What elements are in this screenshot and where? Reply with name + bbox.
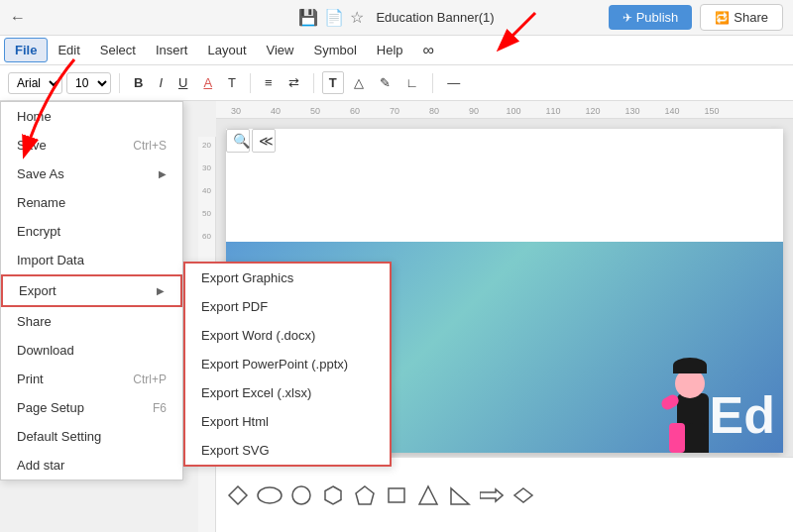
export-pdf[interactable]: Export PDF <box>185 292 390 321</box>
text-style-button[interactable]: T <box>222 72 242 93</box>
doc-title: Education Banner(1) <box>376 10 494 25</box>
title-bar: ← 💾 📄 ☆ Education Banner(1) ✈ Publish 🔁 … <box>0 0 793 36</box>
export-excel[interactable]: Export Excel (.xlsx) <box>185 378 390 407</box>
indent-button[interactable]: ⇄ <box>283 72 305 93</box>
share-button[interactable]: 🔁 Share <box>700 4 783 31</box>
menu-view[interactable]: View <box>257 39 304 61</box>
svg-marker-4 <box>356 486 374 504</box>
publish-button[interactable]: ✈ Publish <box>609 5 693 30</box>
bold-button[interactable]: B <box>128 72 149 93</box>
title-bar-center: 💾 📄 ☆ Education Banner(1) <box>298 8 494 27</box>
publish-send-icon: ✈ <box>623 11 632 25</box>
share-icon: 🔁 <box>715 11 730 25</box>
file-menu-print[interactable]: Print Ctrl+P <box>1 365 182 393</box>
menu-symbol[interactable]: Symbol <box>303 39 366 61</box>
file-dropdown: Home Save Ctrl+S Save As ▶ Rename Encryp… <box>0 101 183 480</box>
file-menu-page-setup[interactable]: Page Setup F6 <box>1 393 182 422</box>
shape-circle[interactable] <box>287 481 315 509</box>
main-area: Home Save Ctrl+S Save As ▶ Rename Encryp… <box>0 101 793 532</box>
file-menu-encrypt[interactable]: Encrypt <box>1 217 182 246</box>
export-doc-icon[interactable]: 📄 <box>324 8 344 27</box>
ruler-horizontal: 30 40 50 60 70 80 90 100 110 120 130 140… <box>216 101 793 119</box>
toolbar-sep-1 <box>119 73 120 93</box>
svg-marker-5 <box>389 488 404 502</box>
menu-insert[interactable]: Insert <box>146 39 198 61</box>
file-menu-rename[interactable]: Rename <box>1 188 182 217</box>
underline-button[interactable]: U <box>172 72 193 93</box>
star-icon[interactable]: ☆ <box>350 8 364 27</box>
export-graphics[interactable]: Export Graphics <box>185 264 390 292</box>
svg-marker-8 <box>480 489 503 501</box>
file-menu-home[interactable]: Home <box>1 102 182 131</box>
svg-marker-6 <box>419 486 437 504</box>
shape-right-triangle[interactable] <box>446 481 474 509</box>
shape-oval[interactable] <box>256 481 283 509</box>
svg-marker-3 <box>325 486 341 504</box>
shape-diamond[interactable] <box>224 481 252 509</box>
file-menu-download[interactable]: Download <box>1 336 182 365</box>
pen-button[interactable]: ✎ <box>374 72 396 93</box>
file-menu-save-as[interactable]: Save As ▶ <box>1 160 182 188</box>
shape-small-diamond[interactable] <box>510 481 537 509</box>
shape-pentagon[interactable] <box>351 481 379 509</box>
menu-layout[interactable]: Layout <box>197 39 256 61</box>
svg-marker-0 <box>229 486 247 504</box>
export-word[interactable]: Export Word (.docx) <box>185 321 390 350</box>
zoom-out-button[interactable]: ≪ <box>252 129 276 153</box>
font-color-button[interactable]: A <box>197 72 218 93</box>
file-menu-add-star[interactable]: Add star <box>1 451 182 479</box>
banner-circle <box>639 183 694 238</box>
font-family-select[interactable]: Arial <box>8 72 62 94</box>
export-submenu: Export Graphics Export PDF Export Word (… <box>183 262 392 467</box>
line-button[interactable]: — <box>441 72 466 93</box>
export-html[interactable]: Export Html <box>185 407 390 436</box>
shapes-panel <box>216 457 793 532</box>
paint-button[interactable]: △ <box>348 72 370 93</box>
shape-arrow[interactable] <box>478 481 506 509</box>
menu-edit[interactable]: Edit <box>48 39 89 61</box>
save-doc-icon[interactable]: 💾 <box>298 8 318 27</box>
font-size-select[interactable]: 10 <box>66 72 111 94</box>
title-bar-left: ← <box>10 9 26 27</box>
corner-button[interactable]: ∟ <box>400 72 425 93</box>
shape-parallelogram[interactable] <box>383 481 410 509</box>
file-menu-import[interactable]: Import Data <box>1 246 182 274</box>
svg-marker-9 <box>514 488 532 502</box>
svg-marker-7 <box>451 488 469 504</box>
menu-bar: File Edit Select Insert Layout View Symb… <box>0 36 793 65</box>
zoom-in-button[interactable]: 🔍 <box>226 129 250 153</box>
shape-hexagon[interactable] <box>319 481 347 509</box>
toolbar-sep-2 <box>250 73 251 93</box>
align-button[interactable]: ≡ <box>259 72 279 93</box>
menu-collab[interactable]: ∞ <box>413 38 444 63</box>
export-powerpoint[interactable]: Export PowerPoint (.pptx) <box>185 350 390 378</box>
italic-button[interactable]: I <box>153 72 169 93</box>
figure-illustration <box>659 344 729 453</box>
back-icon[interactable]: ← <box>10 9 26 27</box>
svg-point-2 <box>292 486 310 504</box>
toolbar-sep-4 <box>432 73 433 93</box>
svg-point-1 <box>258 487 282 503</box>
shape-triangle[interactable] <box>414 481 442 509</box>
file-menu-export[interactable]: Export ▶ <box>1 274 182 307</box>
file-menu-save[interactable]: Save Ctrl+S <box>1 131 182 160</box>
file-menu-default-setting[interactable]: Default Setting <box>1 422 182 451</box>
text-box-button[interactable]: T <box>322 71 344 94</box>
toolbar-sep-3 <box>313 73 314 93</box>
title-bar-right: ✈ Publish 🔁 Share <box>609 4 783 31</box>
menu-help[interactable]: Help <box>367 39 413 61</box>
menu-select[interactable]: Select <box>90 39 146 61</box>
file-menu-share[interactable]: Share <box>1 307 182 336</box>
menu-file[interactable]: File <box>4 38 48 62</box>
export-svg[interactable]: Export SVG <box>185 436 390 465</box>
toolbar: Arial 10 B I U A T ≡ ⇄ T △ ✎ ∟ — <box>0 65 793 101</box>
zoom-controls: 🔍 ≪ <box>226 129 276 153</box>
